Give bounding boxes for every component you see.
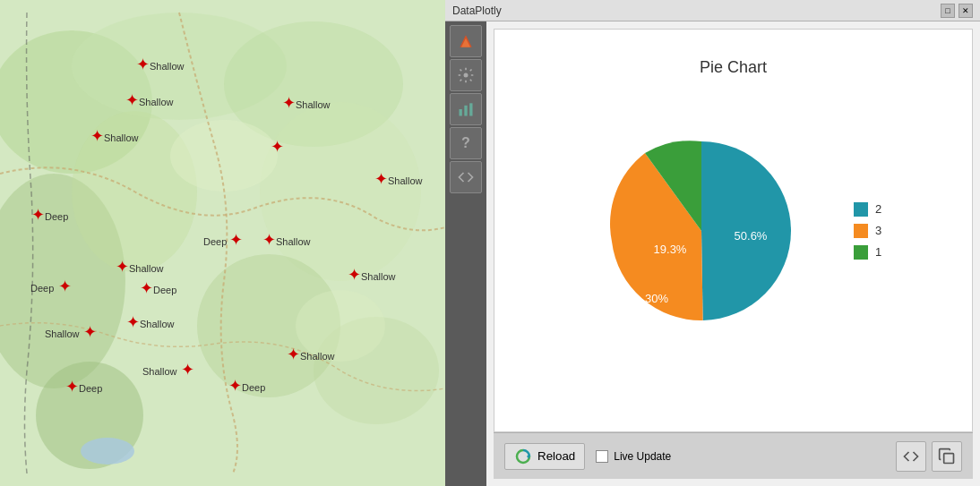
chart-legend: 2 3 1 [854,202,881,260]
code-export-button[interactable] [896,441,926,472]
map-marker: ✦ [348,267,361,283]
svg-text:19.3%: 19.3% [653,243,686,256]
map-marker: ✦ [287,346,300,362]
map-marker-label: Shallow [104,132,139,143]
legend-item-2: 2 [854,202,881,217]
map-marker: ✦ [136,56,150,72]
map-marker: ✦ [126,314,140,330]
map-marker-label: Shallow [142,366,177,377]
map-marker: ✦ [90,128,104,144]
legend-color-2 [854,202,868,217]
map-marker-label: Shallow [139,97,174,107]
legend-color-3 [854,224,868,238]
panel-content: ? Pie Chart [445,21,980,486]
map-marker-label: Shallow [300,351,335,362]
map-marker: ✦ [228,378,242,394]
bottom-right-actions [896,441,962,472]
live-update-label: Live Update [614,450,671,463]
copy-button[interactable] [932,441,962,472]
map-marker-label: Shallow [129,263,164,274]
map-marker: ✦ [229,232,243,248]
map-marker: ✦ [262,232,276,248]
live-update-area: Live Update [596,450,671,463]
svg-rect-18 [469,103,472,115]
map-marker: ✦ [374,171,388,187]
dataplotly-logo-button[interactable] [450,25,482,57]
map-marker-label: Shallow [276,236,311,247]
svg-rect-16 [460,109,462,116]
map-marker-label: Shallow [296,99,331,110]
map-marker: ✦ [125,92,139,108]
panel-titlebar: DataPlotly □ ✕ [445,0,980,21]
reload-icon [514,448,532,465]
legend-label-2: 2 [875,202,881,216]
map-marker-label: Shallow [361,271,396,282]
legend-label-1: 1 [875,245,881,259]
map-marker-label: Deep [79,383,102,394]
map-marker: ✦ [31,207,45,223]
pie-chart-svg: 50.6% 30% 19.3% [585,115,818,347]
svg-rect-17 [464,106,467,116]
map-marker-label: Deep [203,236,227,247]
bottom-bar: Reload Live Update [494,432,973,479]
map-marker: ✦ [83,324,97,340]
map-marker-label: Shallow [150,61,185,72]
legend-item-1: 1 [854,245,881,260]
svg-rect-23 [944,453,954,463]
help-button[interactable]: ? [450,127,482,159]
reload-button[interactable]: Reload [504,443,585,470]
chart-title: Pie Chart [700,58,767,77]
restore-button[interactable]: □ [941,4,955,18]
legend-item-3: 3 [854,224,881,238]
reload-label: Reload [537,449,575,463]
map-marker: ✦ [116,259,129,275]
svg-point-15 [464,73,469,78]
map-marker-label: Shallow [140,319,175,329]
dataplotly-panel: DataPlotly □ ✕ [445,0,980,486]
map-marker-label: Deep [45,211,68,222]
svg-text:30%: 30% [645,292,668,305]
map-panel: ✦Shallow✦Shallow✦Shallow✦Shallow✦✦Shallo… [0,0,445,486]
chart-container: Pie Chart [494,29,973,432]
map-marker-label: Deep [153,285,176,295]
left-toolbar: ? [445,21,486,486]
map-marker-label: Deep [242,382,265,393]
legend-color-1 [854,245,868,260]
close-button[interactable]: ✕ [959,4,973,18]
map-marker-label: Shallow [388,175,423,186]
map-marker: ✦ [65,379,79,395]
map-marker-label: Deep [30,283,54,294]
chart-button[interactable] [450,93,482,125]
map-marker: ✦ [271,139,284,155]
settings-button[interactable] [450,59,482,91]
code-button[interactable] [450,161,482,193]
map-marker: ✦ [58,278,72,294]
map-marker: ✦ [140,280,153,296]
svg-text:50.6%: 50.6% [734,229,767,243]
live-update-checkbox[interactable] [596,450,608,463]
panel-title: DataPlotly [452,4,502,17]
map-marker-label: Shallow [45,328,80,339]
titlebar-controls: □ ✕ [941,4,973,18]
map-marker: ✦ [282,95,296,111]
legend-label-3: 3 [875,224,881,237]
pie-chart-wrapper: 50.6% 30% 19.3% 2 [494,30,972,431]
map-marker: ✦ [181,362,194,378]
chart-area: Pie Chart [486,21,980,486]
